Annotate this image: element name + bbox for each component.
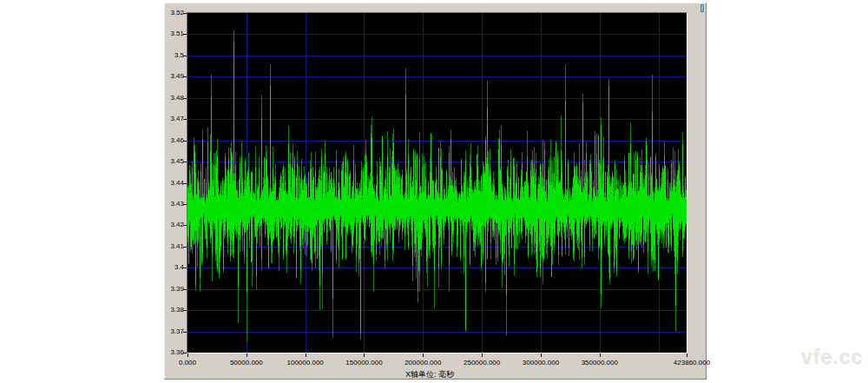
y-tick-mark	[183, 267, 187, 268]
x-tick-mark	[187, 353, 188, 357]
y-tick-label: 3.51	[165, 30, 184, 38]
scrollbar-fragment[interactable]	[700, 4, 704, 12]
watermark-text: vfe.cc	[779, 346, 863, 372]
y-tick-label: 3.36	[165, 348, 184, 357]
y-tick-mark	[183, 119, 187, 120]
y-tick-mark	[183, 204, 187, 205]
y-tick-label: 3.45	[165, 157, 184, 166]
y-tick-mark	[183, 289, 187, 290]
x-tick-mark	[423, 353, 424, 357]
x-tick-mark	[687, 353, 687, 357]
y-tick-label: 3.49	[165, 72, 184, 81]
x-tick-mark	[482, 353, 483, 357]
y-tick-mark	[183, 34, 187, 35]
y-tick-mark	[183, 98, 187, 99]
x-tick-mark	[600, 353, 601, 357]
y-tick-label: 3.47	[165, 115, 184, 123]
x-axis-unit-label: X轴单位: 毫秒	[343, 369, 516, 379]
y-tick-mark	[183, 332, 187, 333]
y-tick-label: 3.44	[165, 179, 184, 188]
y-tick-mark	[183, 310, 187, 311]
x-tick-mark	[306, 353, 306, 357]
plot-area	[187, 12, 687, 353]
y-tick-mark	[183, 247, 187, 248]
waveform-canvas	[187, 13, 687, 353]
y-tick-label: 3.48	[165, 94, 184, 102]
screenshot-root: 3.523.513.53.493.483.473.463.453.443.433…	[0, 0, 868, 383]
x-tick-label: 423860.000	[657, 359, 727, 367]
y-tick-label: 3.52	[165, 9, 184, 17]
y-tick-label: 3.4	[165, 263, 184, 272]
y-tick-mark	[183, 225, 187, 226]
y-tick-label: 3.43	[165, 200, 184, 208]
y-tick-mark	[183, 141, 187, 142]
y-tick-mark	[183, 162, 187, 162]
x-tick-mark	[541, 353, 542, 357]
y-tick-label: 3.41	[165, 242, 184, 251]
y-tick-label: 3.39	[165, 285, 184, 294]
x-tick-label: 350000.000	[565, 359, 635, 367]
y-tick-label: 3.5	[165, 51, 184, 60]
x-tick-mark	[247, 353, 247, 357]
y-tick-mark	[183, 353, 187, 353]
y-tick-label: 3.42	[165, 221, 184, 229]
y-tick-mark	[183, 76, 187, 77]
y-tick-mark	[183, 56, 187, 56]
y-tick-label: 3.46	[165, 136, 184, 145]
y-tick-mark	[183, 183, 187, 184]
y-tick-label: 3.38	[165, 306, 184, 314]
x-tick-mark	[364, 353, 365, 357]
y-tick-mark	[183, 13, 187, 14]
chart-panel: 3.523.513.53.493.483.473.463.453.443.433…	[164, 3, 707, 380]
y-tick-label: 3.37	[165, 327, 184, 336]
